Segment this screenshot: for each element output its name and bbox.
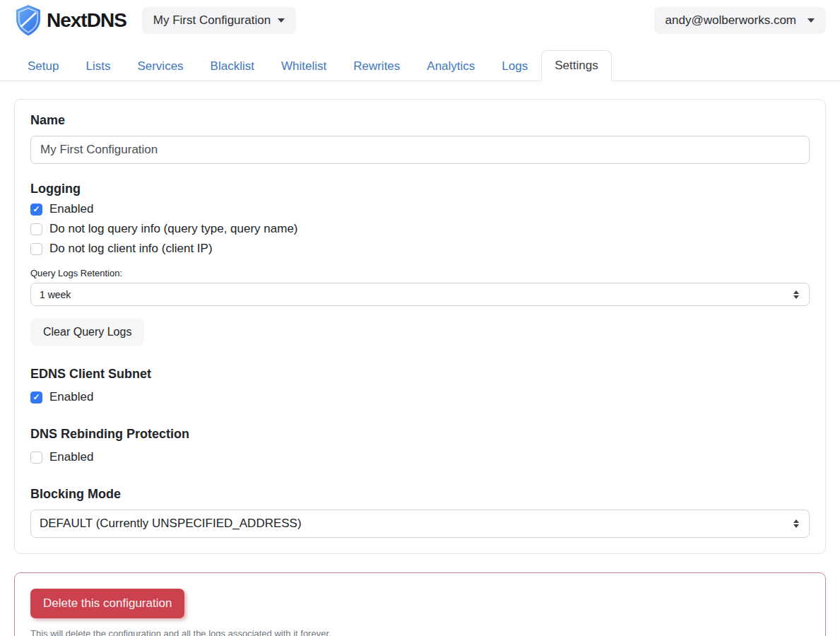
settings-card: Name Logging Enabled Do not log query in… xyxy=(14,99,826,554)
name-heading: Name xyxy=(30,113,810,128)
tab-services[interactable]: Services xyxy=(124,51,196,81)
tab-blacklist[interactable]: Blacklist xyxy=(197,51,268,81)
retention-selected-value: 1 week xyxy=(40,289,71,300)
select-arrows-icon xyxy=(793,519,799,528)
account-menu-button[interactable]: andy@wolberworks.com xyxy=(654,7,826,34)
retention-select[interactable]: 1 week xyxy=(30,283,810,306)
danger-zone-card: Delete this configuration This will dele… xyxy=(14,572,826,636)
account-email-label: andy@wolberworks.com xyxy=(666,13,796,28)
app-header: NextDNS My First Configuration andy@wolb… xyxy=(0,0,840,41)
rebinding-heading: DNS Rebinding Protection xyxy=(30,427,810,442)
configuration-selector-button[interactable]: My First Configuration xyxy=(142,7,296,34)
clear-query-logs-button[interactable]: Clear Query Logs xyxy=(30,319,144,346)
no-query-info-row[interactable]: Do not log query info (query type, query… xyxy=(30,222,810,236)
tab-lists[interactable]: Lists xyxy=(72,51,124,81)
tab-settings[interactable]: Settings xyxy=(541,50,611,81)
tab-setup[interactable]: Setup xyxy=(14,51,72,81)
brand: NextDNS xyxy=(14,4,126,37)
tab-rewrites[interactable]: Rewrites xyxy=(340,51,413,81)
nextdns-shield-logo-icon xyxy=(14,4,42,37)
edns-heading: EDNS Client Subnet xyxy=(30,367,810,382)
rebinding-enabled-checkbox[interactable] xyxy=(30,452,42,464)
edns-enabled-checkbox[interactable] xyxy=(30,391,42,404)
blocking-mode-heading: Blocking Mode xyxy=(30,487,810,502)
no-client-info-checkbox[interactable] xyxy=(30,243,42,255)
no-query-info-checkbox[interactable] xyxy=(30,223,42,235)
no-client-info-label: Do not log client info (client IP) xyxy=(49,242,213,256)
configuration-name-input[interactable] xyxy=(30,136,810,164)
edns-enabled-row[interactable]: Enabled xyxy=(30,390,810,404)
retention-label: Query Logs Retention: xyxy=(30,268,810,278)
chevron-down-icon xyxy=(278,18,285,23)
edns-enabled-label: Enabled xyxy=(49,390,93,404)
rebinding-enabled-label: Enabled xyxy=(49,450,93,464)
delete-warning-text: This will delete the configuration and a… xyxy=(30,628,810,636)
select-arrows-icon xyxy=(793,290,799,299)
tab-whitelist[interactable]: Whitelist xyxy=(268,51,340,81)
tab-logs[interactable]: Logs xyxy=(488,51,541,81)
logging-enabled-checkbox[interactable] xyxy=(30,204,42,216)
blocking-mode-select[interactable]: DEFAULT (Currently UNSPECIFIED_ADDRESS) xyxy=(30,510,810,538)
chevron-down-icon xyxy=(808,18,815,23)
brand-name: NextDNS xyxy=(47,9,126,32)
logging-heading: Logging xyxy=(30,182,810,196)
rebinding-enabled-row[interactable]: Enabled xyxy=(30,450,810,464)
main-nav-tabs: Setup Lists Services Blacklist Whitelist… xyxy=(0,50,840,81)
no-query-info-label: Do not log query info (query type, query… xyxy=(49,222,298,236)
logging-enabled-row[interactable]: Enabled xyxy=(30,202,810,216)
logging-enabled-label: Enabled xyxy=(49,202,93,216)
tab-analytics[interactable]: Analytics xyxy=(413,51,488,81)
no-client-info-row[interactable]: Do not log client info (client IP) xyxy=(30,242,810,256)
delete-configuration-button[interactable]: Delete this configuration xyxy=(30,589,184,618)
blocking-mode-selected-value: DEFAULT (Currently UNSPECIFIED_ADDRESS) xyxy=(40,517,302,531)
configuration-selector-label: My First Configuration xyxy=(153,13,271,28)
